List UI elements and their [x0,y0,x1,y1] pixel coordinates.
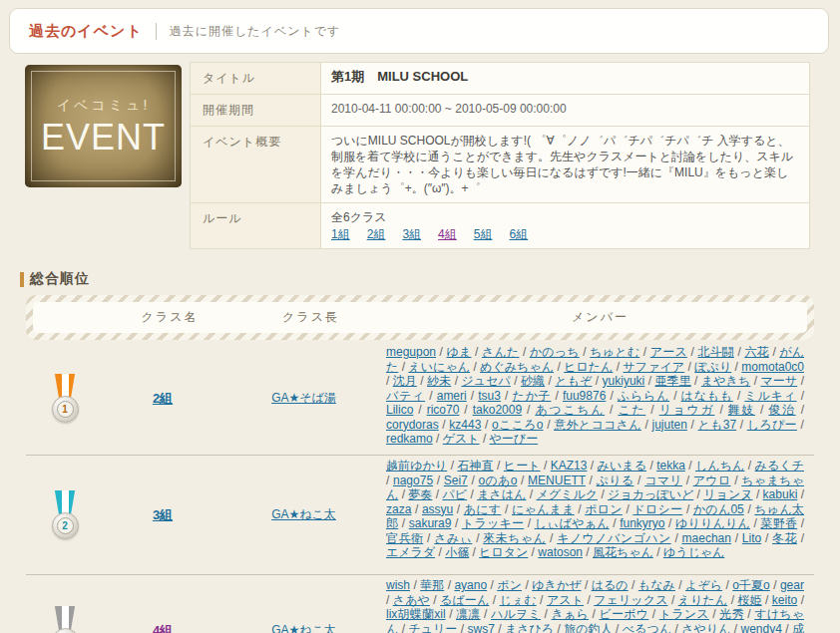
member-link[interactable]: るぱーん [440,593,489,607]
member-link[interactable]: kabuki [763,487,798,501]
class-link[interactable]: 3組 [153,506,173,524]
member-link[interactable]: Sei7 [444,474,468,487]
member-link[interactable]: えりたん [678,593,728,607]
rule-class-link[interactable]: 3組 [402,226,421,242]
member-link[interactable]: 光秀 [719,607,743,621]
member-link[interactable]: ayano [454,578,487,592]
member-link[interactable]: 凛凛 [456,607,480,621]
member-link[interactable]: kz443 [449,418,481,432]
member-link[interactable]: トランス [659,607,709,621]
member-link[interactable]: lix胡蝶蘭xil [386,607,446,621]
member-link[interactable]: ヒロたん [564,360,613,374]
member-link[interactable]: ビーボウ [600,607,649,621]
member-link[interactable]: トラッキー [462,516,524,530]
member-link[interactable]: o千夏o [732,578,770,592]
member-link[interactable]: もなみ [638,578,675,592]
member-link[interactable]: 沈月 [393,374,417,388]
member-link[interactable]: さんた [482,345,519,359]
member-link[interactable]: ゆきかぜ [532,578,581,592]
member-link[interactable]: まさはん [477,487,526,501]
member-link[interactable]: maechan [682,531,731,545]
member-link[interactable]: かのっち [530,345,580,359]
member-link[interactable]: 北斗闘 [697,345,734,359]
member-link[interactable]: zaza [386,502,411,516]
member-link[interactable]: にゃんまま [512,502,575,516]
member-link[interactable]: 六花 [744,345,768,359]
member-link[interactable]: gear [780,578,804,592]
member-link[interactable]: 越前ゆかり [386,459,447,473]
member-link[interactable]: ゆうじゃん [663,545,724,559]
member-link[interactable]: tsu3 [478,389,501,403]
member-link[interactable]: アース [650,345,687,359]
member-link[interactable]: oのあo [478,474,517,487]
member-link[interactable]: keito [772,593,797,607]
member-link[interactable]: nago75 [393,474,433,487]
member-link[interactable]: 俊治 [768,403,795,417]
member-link[interactable]: さやりん [681,622,730,633]
member-link[interactable]: assyu [422,502,453,516]
rule-class-link[interactable]: 5組 [474,226,493,242]
member-link[interactable]: しろぴー [747,418,797,432]
member-link[interactable]: 意外とココさん [554,418,641,432]
member-link[interactable]: KAZ13 [551,459,588,473]
member-link[interactable]: megupon [386,345,436,359]
member-link[interactable]: tako2009 [473,403,522,417]
member-link[interactable]: ヒロタン [479,545,528,559]
member-link[interactable]: sakura9 [409,516,452,530]
member-link[interactable]: とも37 [698,418,737,432]
member-link[interactable]: リョウガ [659,403,715,417]
member-link[interactable]: ゆりりんりん [675,516,750,530]
member-link[interactable]: ハルヲミ [491,607,541,621]
member-link[interactable]: バティ [386,389,425,403]
member-link[interactable]: たか子 [513,389,552,403]
rule-class-link[interactable]: 4組 [438,226,457,242]
member-link[interactable]: 石神直 [457,459,493,473]
member-link[interactable]: えいにゃん [408,360,470,374]
member-link[interactable]: 風花ちゃん [593,545,653,559]
member-link[interactable]: あつこちん [535,403,605,417]
member-link[interactable]: yukiyuki [603,374,645,388]
rule-class-link[interactable]: 6組 [509,226,528,242]
member-link[interactable]: メグミルク [536,487,598,501]
member-link[interactable]: 舞妓 [728,403,755,417]
member-link[interactable]: ヒート [504,459,541,473]
class-link[interactable]: 4組 [153,622,173,633]
member-link[interactable]: MENUETT [528,474,586,487]
member-link[interactable]: チュリー [408,622,457,633]
member-link[interactable]: ともぞ [555,374,592,388]
member-link[interactable]: こた [618,403,645,417]
member-link[interactable]: やーびー [490,432,539,446]
member-link[interactable]: wish [386,578,410,592]
member-link[interactable]: watoson [538,545,583,559]
member-link[interactable]: ジョカっぽいど [608,487,693,501]
class-leader-link[interactable]: GA★ねこ太 [271,506,336,523]
member-link[interactable]: マーサ [760,374,797,388]
member-link[interactable]: リョンヌ [703,487,752,501]
member-link[interactable]: sws7 [467,622,494,633]
member-link[interactable]: 來未ちゃん [483,531,546,545]
member-link[interactable]: べるつん [623,622,671,633]
member-link[interactable]: しんちん [695,459,744,473]
member-link[interactable]: ゲスト [443,432,480,446]
member-link[interactable]: ジュセパ [461,374,510,388]
member-link[interactable]: redkamo [386,432,433,446]
member-link[interactable]: キノウノバンゴハン [557,531,670,545]
member-link[interactable]: パピ [443,487,468,501]
member-link[interactable]: tekka [656,459,685,473]
member-link[interactable]: ポロン [585,502,623,516]
member-link[interactable]: 官兵衛 [386,531,423,545]
member-link[interactable]: 桜姫 [737,593,761,607]
member-link[interactable]: 冬花 [772,531,797,545]
member-link[interactable]: きぁら [552,607,590,621]
member-link[interactable]: ドロシー [632,502,682,516]
member-link[interactable]: まさひろ [505,622,554,633]
member-link[interactable]: コマリ [644,474,682,487]
member-link[interactable]: みるくチ [755,459,804,473]
member-link[interactable]: wendy4 [741,622,782,633]
class-link[interactable]: 2組 [153,390,173,408]
member-link[interactable]: 小篠 [445,545,469,559]
rule-class-link[interactable]: 2組 [367,226,386,242]
member-link[interactable]: はるの [592,578,629,592]
member-link[interactable]: Lilico [386,403,413,417]
member-link[interactable]: 紗未 [427,374,451,388]
